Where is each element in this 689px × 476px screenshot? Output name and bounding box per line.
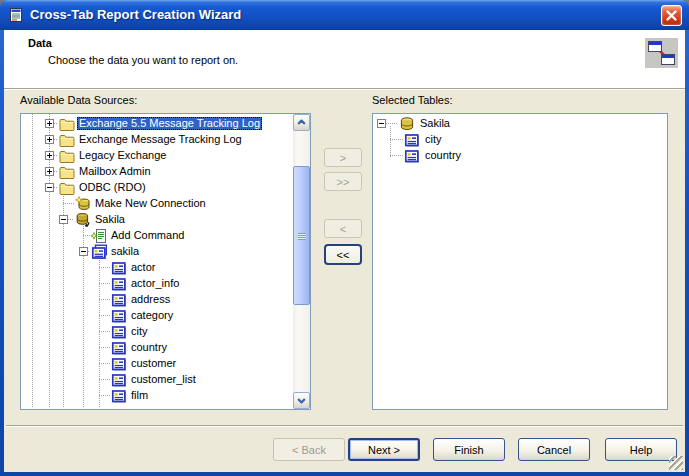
tree-item-label[interactable]: customer_list [129,373,198,386]
tree-guide-line [83,235,90,236]
database-new-icon [75,196,91,212]
expand-icon[interactable] [45,135,54,144]
collapse-icon[interactable] [79,247,88,256]
linked-tables-icon [645,38,678,68]
tree-guide-line [54,187,58,188]
window-title: Cross-Tab Report Creation Wizard [30,0,241,30]
tree-item-label[interactable]: Legacy Exchange [77,149,168,162]
database-connection-icon [75,212,91,228]
tree-item-city[interactable]: city [373,132,665,148]
tree-item-label[interactable]: Sakila [418,117,452,130]
table-icon [111,324,127,340]
tree-item-label[interactable]: country [423,149,463,162]
database-icon [399,116,415,132]
tree-guide-line [390,139,403,140]
tree-item-category[interactable]: category [21,308,292,324]
tree-item-exchange-message-tracking-log[interactable]: Exchange Message Tracking Log [21,132,292,148]
folder-icon [59,180,75,196]
finish-button[interactable]: Finish [433,438,505,461]
tree-item-legacy-exchange[interactable]: Legacy Exchange [21,148,292,164]
tree-item-exchange-5-5-message-tracking-log[interactable]: Exchange 5.5 Message Tracking Log [21,116,292,132]
tree-item-label[interactable]: Add Command [109,229,186,242]
tree-guide-line [99,379,110,380]
tables-stack-icon [91,244,107,260]
tree-item-label[interactable]: film [129,389,150,402]
expand-icon[interactable] [45,151,54,160]
tree-item-label[interactable]: actor [129,261,157,274]
tree-item-sakila[interactable]: Sakila [21,212,292,228]
titlebar[interactable]: Cross-Tab Report Creation Wizard [0,0,689,30]
tree-item-label[interactable]: country [129,341,169,354]
tree-item-customer-list[interactable]: customer_list [21,372,292,388]
tree-guide-line [99,299,110,300]
tree-item-label[interactable]: Exchange 5.5 Message Tracking Log [77,117,262,130]
tree-item-sakila[interactable]: sakila [21,244,292,260]
move-left-button: < [324,219,362,238]
tree-item-country[interactable]: country [373,148,665,164]
tree-guide-line [63,203,74,204]
tree-item-label[interactable]: Sakila [93,213,127,226]
tree-guide-line [386,123,398,124]
header-divider [4,88,685,90]
wizard-step-header: Data Choose the data you want to report … [4,30,685,88]
table-icon [111,292,127,308]
tree-item-make-new-connection[interactable]: Make New Connection [21,196,292,212]
button-separator [6,425,683,427]
tree-item-address[interactable]: address [21,292,292,308]
tree-item-label[interactable]: city [129,325,150,338]
tree-item-label[interactable]: customer [129,357,178,370]
tree-guide-line [99,347,110,348]
tree-item-film[interactable]: film [21,388,292,404]
wizard-window: Cross-Tab Report Creation Wizard Data Ch… [0,0,689,476]
collapse-icon[interactable] [377,119,386,128]
vertical-scrollbar[interactable] [293,114,310,409]
move-all-left-button[interactable]: << [324,244,362,265]
expand-icon[interactable] [45,167,54,176]
selected-tables-tree[interactable]: Sakilacitycountry [372,113,668,410]
tree-item-actor-info[interactable]: actor_info [21,276,292,292]
tree-item-label[interactable]: Make New Connection [93,197,208,210]
tree-guide-line [88,251,90,252]
tree-item-label[interactable]: city [423,133,444,146]
table-icon [111,260,127,276]
tree-item-sakila[interactable]: Sakila [373,116,665,132]
tree-item-label[interactable]: sakila [109,245,141,258]
back-button: < Back [273,438,345,461]
tree-item-label[interactable]: Mailbox Admin [77,165,153,178]
tree-item-city[interactable]: city [21,324,292,340]
close-button[interactable] [661,5,682,26]
collapse-icon[interactable] [45,183,54,192]
tree-guide-line [390,155,403,156]
next-button[interactable]: Next > [348,438,420,461]
tree-item-country[interactable]: country [21,340,292,356]
tree-guide-line [99,331,110,332]
tree-item-actor[interactable]: actor [21,260,292,276]
add-command-icon [91,228,107,244]
tree-item-label[interactable]: Exchange Message Tracking Log [77,133,244,146]
tree-item-label[interactable]: ODBC (RDO) [77,181,148,194]
tree-item-add-command[interactable]: Add Command [21,228,292,244]
tree-item-label[interactable]: address [129,293,172,306]
tree-item-odbc-rdo[interactable]: ODBC (RDO) [21,180,292,196]
move-right-button: > [324,148,362,167]
scroll-up-button[interactable] [293,114,310,131]
scroll-down-button[interactable] [293,392,310,409]
tree-item-label[interactable]: category [129,309,175,322]
tree-item-label[interactable]: actor_info [129,277,181,290]
cancel-button[interactable]: Cancel [518,438,590,461]
tree-guide-line [99,395,110,396]
tree-guide-line [99,363,110,364]
expand-icon[interactable] [45,119,54,128]
help-button[interactable]: Help [605,438,677,461]
move-all-right-button: >> [324,172,362,191]
resize-grip[interactable] [669,456,683,470]
table-icon [111,276,127,292]
tree-guide-line [99,267,110,268]
tree-item-mailbox-admin[interactable]: Mailbox Admin [21,164,292,180]
tree-item-customer[interactable]: customer [21,356,292,372]
table-icon [404,132,420,148]
available-sources-tree[interactable]: Exchange 5.5 Message Tracking LogExchang… [20,113,311,410]
collapse-icon[interactable] [59,215,68,224]
table-icon [111,372,127,388]
scrollbar-thumb[interactable] [293,166,310,305]
